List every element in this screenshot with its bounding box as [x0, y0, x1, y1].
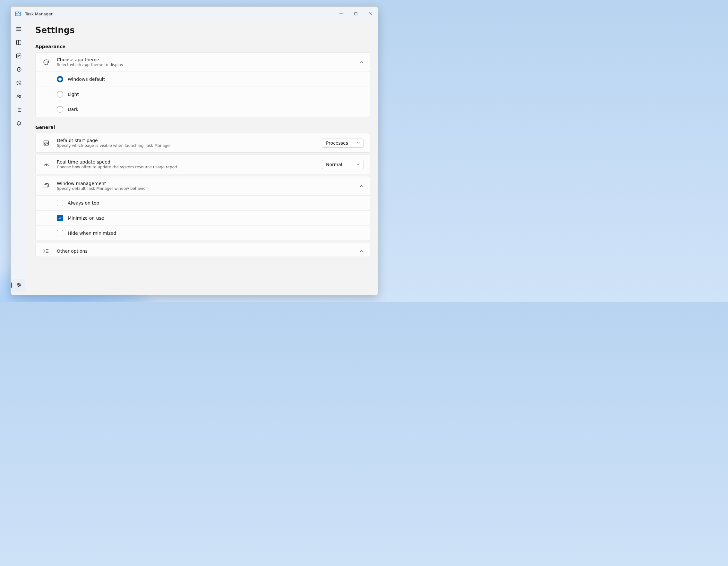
task-manager-window: Task Manager — [11, 6, 378, 295]
nav-settings[interactable] — [12, 279, 25, 291]
theme-subtitle: Select which app theme to display — [57, 63, 360, 67]
radio-icon — [57, 91, 63, 98]
svg-rect-28 — [45, 143, 46, 144]
nav-details[interactable] — [12, 103, 25, 116]
checkbox-minimize-on-use[interactable]: Minimize on use — [36, 210, 370, 226]
radio-icon — [57, 76, 63, 82]
other-title: Other options — [57, 249, 360, 254]
card-window-mgmt-header[interactable]: Window management Specify default Task M… — [36, 176, 370, 195]
nav-processes[interactable] — [12, 36, 25, 49]
titlebar[interactable]: Task Manager — [11, 7, 378, 21]
section-general-label: General — [35, 125, 370, 130]
chevron-down-icon — [356, 141, 360, 145]
card-default-start-page: Default start page Specify which page is… — [35, 133, 370, 153]
radio-windows-default[interactable]: Windows default — [36, 72, 370, 87]
chevron-up-icon — [360, 249, 364, 253]
window-mgmt-subtitle: Specify default Task Manager window beha… — [57, 186, 360, 191]
maximize-button[interactable] — [348, 7, 363, 21]
svg-point-25 — [47, 61, 47, 62]
windows-stack-icon — [43, 183, 50, 190]
minimize-button[interactable] — [334, 7, 348, 21]
nav-users[interactable] — [12, 90, 25, 103]
gauge-icon — [43, 161, 50, 168]
svg-rect-37 — [44, 249, 45, 251]
nav-app-history[interactable] — [12, 63, 25, 76]
checklist-icon — [43, 248, 50, 255]
svg-rect-11 — [16, 54, 21, 58]
svg-point-16 — [17, 108, 17, 108]
card-update-speed: Real time update speed Choose how often … — [35, 155, 370, 174]
svg-point-20 — [17, 111, 17, 112]
checkbox-icon — [57, 200, 63, 206]
nav-performance[interactable] — [12, 49, 25, 62]
svg-line-34 — [48, 165, 48, 165]
checkbox-icon — [57, 230, 63, 236]
svg-point-23 — [45, 62, 46, 63]
chevron-up-icon — [360, 184, 364, 188]
titlebar-title: Task Manager — [25, 12, 334, 16]
start-page-subtitle: Specify which page is visible when launc… — [57, 143, 322, 148]
svg-point-15 — [19, 95, 21, 96]
checkbox-icon — [57, 215, 63, 221]
svg-point-24 — [46, 61, 46, 61]
card-other-header[interactable]: Other options — [36, 243, 370, 257]
update-speed-combo[interactable]: Normal — [322, 160, 364, 169]
card-window-management: Window management Specify default Task M… — [35, 176, 370, 241]
svg-rect-39 — [44, 252, 45, 253]
close-button[interactable] — [363, 7, 378, 21]
chevron-up-icon — [360, 60, 364, 64]
start-page-title: Default start page — [57, 138, 322, 143]
hamburger-button[interactable] — [12, 22, 25, 35]
theme-title: Choose app theme — [57, 57, 360, 62]
palette-icon — [43, 59, 50, 66]
main-content[interactable]: Settings Appearance Choose app theme Sel… — [26, 21, 378, 295]
svg-rect-36 — [44, 185, 47, 188]
svg-line-33 — [44, 165, 45, 165]
svg-point-14 — [17, 95, 19, 96]
card-other-options: Other options — [35, 243, 370, 257]
checkbox-always-on-top[interactable]: Always on top — [36, 196, 370, 210]
card-update-speed-header[interactable]: Real time update speed Choose how often … — [36, 155, 370, 174]
card-app-theme: Choose app theme Select which app theme … — [35, 52, 370, 117]
card-start-page-header[interactable]: Default start page Specify which page is… — [36, 133, 370, 152]
svg-rect-2 — [355, 13, 357, 15]
radio-icon — [57, 106, 63, 113]
section-appearance-label: Appearance — [35, 44, 370, 49]
svg-point-22 — [18, 284, 20, 286]
svg-rect-8 — [16, 40, 21, 45]
checkbox-hide-when-minimized[interactable]: Hide when minimized — [36, 226, 370, 241]
svg-point-18 — [17, 109, 17, 110]
sidebar — [11, 21, 26, 295]
nav-startup[interactable] — [12, 76, 25, 89]
update-speed-title: Real time update speed — [57, 159, 322, 165]
card-app-theme-header[interactable]: Choose app theme Select which app theme … — [36, 53, 370, 72]
radio-light[interactable]: Light — [36, 87, 370, 102]
start-page-combo[interactable]: Processes — [322, 139, 364, 148]
radio-dark[interactable]: Dark — [36, 102, 370, 117]
scrollbar[interactable] — [377, 23, 378, 158]
update-speed-subtitle: Choose how often to update the system re… — [57, 165, 322, 169]
nav-services[interactable] — [12, 117, 25, 130]
chevron-down-icon — [356, 163, 360, 166]
window-mgmt-title: Window management — [57, 181, 360, 186]
page-title: Settings — [35, 25, 370, 35]
page-icon — [43, 140, 50, 147]
app-icon — [15, 11, 21, 16]
svg-point-32 — [46, 166, 47, 166]
